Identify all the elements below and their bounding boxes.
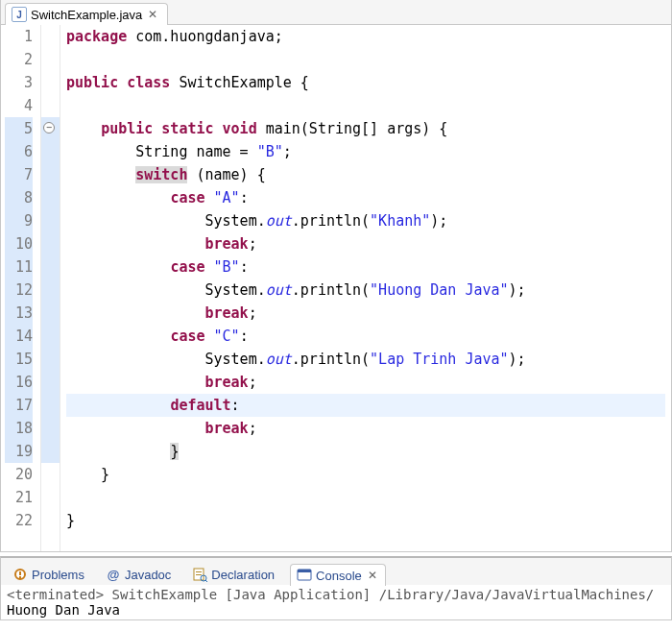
string-token: "Huong Dan Java" <box>370 281 509 299</box>
keyword-token: case <box>170 258 204 276</box>
code-token <box>214 120 223 137</box>
code-line[interactable]: break; <box>66 302 665 325</box>
code-token <box>66 420 205 437</box>
code-line[interactable]: String name = "B"; <box>66 140 665 163</box>
code-token: ; <box>249 374 257 391</box>
line-number: 21 <box>5 486 33 509</box>
marker-cell <box>41 302 60 325</box>
code-token <box>66 374 205 391</box>
code-token <box>205 189 214 206</box>
tab-javadoc-label: Javadoc <box>125 568 171 582</box>
code-line[interactable]: System.out.println("Khanh"); <box>66 209 665 232</box>
line-number: 9 <box>5 209 33 232</box>
tab-console[interactable]: Console ✕ <box>290 564 386 586</box>
string-token: "C" <box>214 328 240 345</box>
tab-javadoc[interactable]: @ Javadoc <box>100 564 177 585</box>
editor-tab-switchexample[interactable]: J SwitchExample.java ✕ <box>5 3 168 25</box>
marker-cell <box>41 486 60 509</box>
line-number: 15 <box>5 348 33 371</box>
code-token: : <box>240 189 249 206</box>
marker-cell <box>41 209 60 232</box>
code-line[interactable]: System.out.println("Huong Dan Java"); <box>66 279 665 302</box>
code-token: } <box>66 466 109 483</box>
code-token: .println( <box>292 212 370 230</box>
code-token: SwitchExample { <box>170 74 309 91</box>
tab-console-label: Console <box>316 569 362 583</box>
code-token: main(String[] args) { <box>257 120 448 137</box>
code-line[interactable]: default: <box>66 394 665 417</box>
close-icon[interactable]: ✕ <box>366 569 379 582</box>
code-line[interactable] <box>66 94 665 117</box>
code-line[interactable]: break; <box>66 417 665 440</box>
svg-rect-4 <box>196 571 202 572</box>
code-token <box>66 443 170 460</box>
code-token: ; <box>283 143 292 160</box>
field-token: out <box>266 212 292 230</box>
svg-rect-5 <box>196 574 202 575</box>
code-token <box>66 166 135 183</box>
code-line[interactable] <box>66 48 665 71</box>
code-editor[interactable]: 12345678910111213141516171819202122 − pa… <box>1 25 671 551</box>
code-token: } <box>66 512 75 529</box>
marker-cell <box>41 25 60 48</box>
code-token <box>66 189 170 206</box>
string-token: "Khanh" <box>370 212 430 230</box>
code-token: : <box>231 397 240 414</box>
code-token: : <box>240 258 249 276</box>
code-token: System. <box>66 351 266 368</box>
code-body[interactable]: package com.huongdanjava; public class S… <box>60 25 671 551</box>
code-line[interactable]: public class SwitchExample { <box>66 71 665 94</box>
code-line[interactable]: case "B": <box>66 255 665 279</box>
marker-cell <box>41 371 60 394</box>
code-token <box>205 258 214 276</box>
marker-cell <box>41 232 60 255</box>
code-line[interactable]: } <box>66 463 665 486</box>
marker-cell <box>41 509 60 532</box>
marker-cell <box>41 163 60 186</box>
console-output-line: Huong Dan Java <box>7 602 665 618</box>
code-token: ; <box>249 304 257 322</box>
line-number: 20 <box>5 463 33 486</box>
marker-cell <box>41 417 60 440</box>
svg-rect-1 <box>19 571 21 575</box>
code-token: ; <box>249 420 257 437</box>
fold-toggle-icon[interactable]: − <box>43 122 55 133</box>
code-line[interactable]: } <box>66 509 665 532</box>
close-icon[interactable]: ✕ <box>146 8 159 21</box>
code-line[interactable] <box>66 486 665 509</box>
line-number: 17 <box>5 394 33 417</box>
code-token: : <box>240 328 249 345</box>
svg-rect-9 <box>298 570 311 572</box>
code-line[interactable]: switch (name) { <box>66 163 665 186</box>
tab-problems[interactable]: Problems <box>7 564 90 585</box>
code-token: .println( <box>292 351 370 368</box>
code-line[interactable]: case "A": <box>66 186 665 209</box>
code-line[interactable]: System.out.println("Lap Trinh Java"); <box>66 348 665 371</box>
code-line[interactable]: case "C": <box>66 325 665 348</box>
line-number: 22 <box>5 509 33 532</box>
code-line[interactable]: package com.huongdanjava; <box>66 25 665 48</box>
keyword-token: break <box>205 420 249 437</box>
marker-cell <box>41 440 60 463</box>
keyword-token: public <box>101 120 153 137</box>
code-token: } <box>170 443 179 460</box>
marker-cell <box>41 94 60 117</box>
tab-declaration[interactable]: Declaration <box>186 564 280 585</box>
tab-declaration-label: Declaration <box>211 568 275 582</box>
marker-cell <box>41 394 60 417</box>
console-body[interactable]: <terminated> SwitchExample [Java Applica… <box>1 585 671 619</box>
code-token <box>66 258 170 276</box>
string-token: "Lap Trinh Java" <box>370 351 509 368</box>
marker-cell <box>41 348 60 371</box>
marker-cell <box>41 255 60 279</box>
code-line[interactable]: } <box>66 440 665 463</box>
line-number: 10 <box>5 232 33 255</box>
problems-icon <box>12 567 28 582</box>
code-token: String name = <box>66 143 257 160</box>
code-line[interactable]: break; <box>66 232 665 255</box>
marker-cell <box>41 48 60 71</box>
line-number: 2 <box>5 48 33 71</box>
code-token: ); <box>430 212 447 230</box>
code-line[interactable]: public static void main(String[] args) { <box>66 117 665 140</box>
code-line[interactable]: break; <box>66 371 665 394</box>
